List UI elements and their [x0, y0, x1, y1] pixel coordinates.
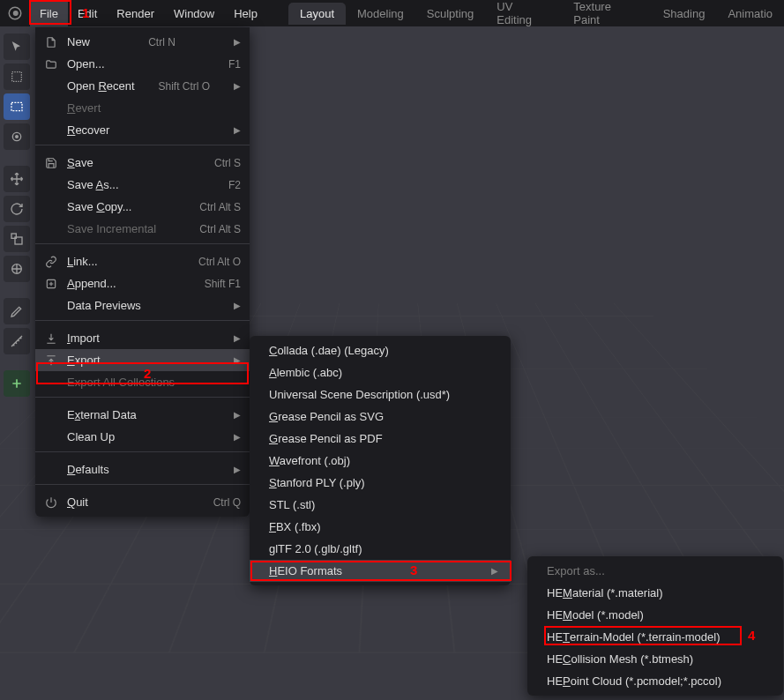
file-menu-save[interactable]: SaveCtrl S — [35, 152, 250, 174]
export-submenu: Collada (.dae) (Legacy)Alembic (.abc)Uni… — [250, 336, 511, 585]
heio-he-model-model[interactable]: HE Model (*.model) — [527, 604, 783, 626]
file-menu-open[interactable]: Open...F1 — [35, 53, 250, 75]
menu-shortcut: Ctrl Alt S — [199, 201, 241, 213]
tool-annotate[interactable] — [4, 298, 30, 324]
tab-shading[interactable]: Shading — [652, 3, 717, 25]
submenu-item-label: Stanford PLY (.ply) — [269, 476, 365, 489]
link-icon — [44, 255, 58, 269]
file-menu-external-data[interactable]: External Data▶ — [35, 404, 250, 426]
export-heio-formats[interactable]: HEIO Formats▶ — [250, 560, 511, 582]
submenu-item-label: Grease Pencil as SVG — [269, 410, 384, 423]
tab-modeling[interactable]: Modeling — [346, 3, 415, 25]
menu-shortcut: F1 — [228, 58, 241, 71]
menu-file[interactable]: File — [30, 0, 68, 26]
menu-item-label: Save Incremental — [67, 222, 156, 235]
menu-item-label: Data Previews — [67, 299, 141, 312]
file-menu-data-previews[interactable]: Data Previews▶ — [35, 294, 250, 316]
menu-shortcut: Shift Ctrl O — [158, 80, 210, 93]
export-gltf-2-0-glb-gltf[interactable]: glTF 2.0 (.glb/.gltf) — [250, 538, 511, 560]
menu-item-label: Export All Collections — [67, 376, 175, 389]
file-menu-dropdown: NewCtrl N▶Open...F1Open RecentShift Ctrl… — [35, 27, 250, 517]
heio-he-terrain-model-terrain-model[interactable]: HE Terrain-Model (*.terrain-model) — [527, 626, 783, 648]
export-universal-scene-description-usd[interactable]: Universal Scene Description (.usd*) — [250, 384, 511, 406]
tab-texture-paint[interactable]: Texture Paint — [562, 0, 651, 31]
tool-measure[interactable] — [4, 328, 30, 354]
tool-cursor[interactable] — [4, 34, 30, 60]
heio-header: Export as... — [527, 560, 783, 582]
svg-rect-2 — [12, 72, 22, 82]
file-menu-open-recent[interactable]: Open RecentShift Ctrl O▶ — [35, 75, 250, 97]
blender-logo-icon — [5, 4, 25, 23]
import-icon — [44, 331, 58, 346]
menu-render[interactable]: Render — [107, 0, 164, 26]
menu-item-label: Quit — [67, 495, 88, 509]
tool-add[interactable] — [4, 370, 30, 397]
annotation-num-1: 1 — [82, 5, 89, 20]
export-wavefront-obj[interactable]: Wavefront (.obj) — [250, 450, 511, 472]
annotation-num-4: 4 — [748, 628, 755, 643]
menu-separator — [35, 145, 250, 152]
submenu-arrow-icon: ▶ — [234, 301, 241, 310]
file-menu-link[interactable]: Link...Ctrl Alt O — [35, 250, 250, 272]
tab-sculpting[interactable]: Sculpting — [415, 3, 485, 25]
export-alembic-abc[interactable]: Alembic (.abc) — [250, 361, 511, 384]
export-stanford-ply-ply[interactable]: Stanford PLY (.ply) — [250, 472, 511, 494]
file-menu-import[interactable]: Import▶ — [35, 327, 250, 349]
power-icon — [44, 495, 58, 510]
tool-cursor-3d[interactable] — [4, 123, 30, 150]
submenu-item-label: Alembic (.abc) — [269, 366, 342, 379]
file-menu-export[interactable]: Export▶ — [35, 349, 250, 371]
append-icon — [44, 277, 58, 291]
menu-shortcut: Ctrl N — [148, 36, 175, 48]
svg-point-5 — [16, 136, 19, 138]
svg-point-1 — [13, 11, 18, 16]
heio-he-material-material[interactable]: HE Material (*.material) — [527, 582, 783, 604]
tab-layout[interactable]: Layout — [288, 3, 346, 25]
menu-help[interactable]: Help — [224, 0, 267, 26]
menu-window[interactable]: Window — [164, 0, 224, 26]
submenu-arrow-icon: ▶ — [234, 410, 241, 420]
submenu-arrow-icon: ▶ — [234, 37, 241, 47]
menu-item-label: Append... — [67, 277, 116, 290]
submenu-arrow-icon: ▶ — [234, 81, 241, 91]
file-menu-save-as[interactable]: Save As...F2 — [35, 174, 250, 196]
export-icon — [44, 354, 58, 368]
export-grease-pencil-as-svg[interactable]: Grease Pencil as SVG — [250, 406, 511, 428]
menu-item-label: Save — [67, 156, 93, 169]
submenu-item-label: FBX (.fbx) — [269, 520, 321, 533]
heio-he-point-cloud-pcmodel-pccol[interactable]: HE Point Cloud (*.pcmodel;*.pccol) — [527, 670, 783, 692]
menu-shortcut: F2 — [228, 179, 241, 191]
top-menu-bar: FileEditRenderWindowHelp LayoutModelingS… — [0, 0, 784, 26]
tool-active[interactable] — [4, 93, 30, 120]
tool-transform[interactable] — [4, 256, 30, 282]
menu-item-label: Link... — [67, 255, 98, 268]
file-menu-save-copy[interactable]: Save Copy...Ctrl Alt S — [35, 196, 250, 218]
file-menu-new[interactable]: NewCtrl N▶ — [35, 31, 250, 53]
file-menu-quit[interactable]: QuitCtrl Q — [35, 491, 250, 513]
tool-scale[interactable] — [4, 226, 30, 252]
heio-he-collision-mesh-btmesh[interactable]: HE Collision Mesh (*.btmesh) — [527, 648, 783, 670]
file-menu-revert: Revert — [35, 97, 250, 119]
menu-item-label: External Data — [67, 408, 137, 421]
doc-icon — [44, 35, 58, 49]
file-menu-append[interactable]: Append...Shift F1 — [35, 272, 250, 294]
menu-separator — [35, 484, 250, 491]
submenu-item-label: Universal Scene Description (.usd*) — [269, 388, 450, 401]
export-stl-stl[interactable]: STL (.stl) — [250, 494, 511, 516]
menu-item-label: Import — [67, 331, 100, 345]
export-collada-dae-legacy[interactable]: Collada (.dae) (Legacy) — [250, 339, 511, 361]
submenu-item-label: Grease Pencil as PDF — [269, 432, 383, 445]
tool-select-box[interactable] — [4, 63, 30, 90]
tool-rotate[interactable] — [4, 196, 30, 222]
tool-move[interactable] — [4, 166, 30, 192]
tab-animatio[interactable]: Animatio — [716, 3, 784, 25]
tab-uv-editing[interactable]: UV Editing — [485, 0, 562, 31]
export-grease-pencil-as-pdf[interactable]: Grease Pencil as PDF — [250, 428, 511, 450]
export-fbx-fbx[interactable]: FBX (.fbx) — [250, 516, 511, 538]
menu-item-label: Save As... — [67, 178, 119, 191]
file-menu-clean-up[interactable]: Clean Up▶ — [35, 426, 250, 448]
file-menu-recover[interactable]: Recover▶ — [35, 119, 250, 141]
submenu-item-label: HEIO Formats — [269, 564, 342, 577]
file-menu-defaults[interactable]: Defaults▶ — [35, 458, 250, 480]
menu-shortcut: Ctrl Alt O — [198, 256, 241, 268]
